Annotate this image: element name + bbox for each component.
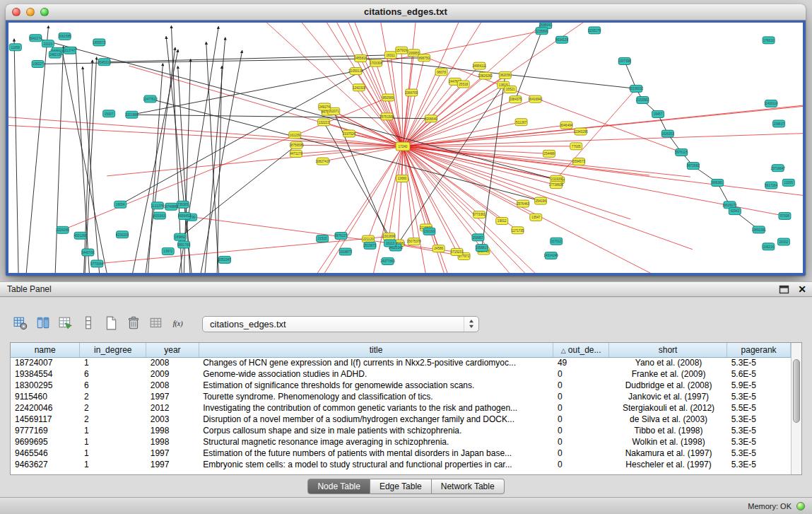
cell-name[interactable]: 9115460 bbox=[11, 391, 80, 402]
table-row[interactable]: 946554611997Estimation of the future num… bbox=[11, 448, 791, 459]
cell-out-degree[interactable]: 0 bbox=[553, 368, 609, 380]
cell-title[interactable]: Disruption of a novel member of a sodium… bbox=[199, 414, 553, 425]
column-header-pagerank[interactable]: pagerank bbox=[727, 343, 791, 357]
cell-title[interactable]: Structural magnetic resonance image aver… bbox=[199, 436, 553, 448]
table-row[interactable]: 946362711997Embryonic stem cells: a mode… bbox=[11, 459, 791, 470]
cell-title[interactable]: Changes of HCN gene expression and I(f) … bbox=[199, 357, 553, 368]
cell-name[interactable]: 19384554 bbox=[11, 368, 80, 380]
table-row[interactable]: 911546021997Tourette syndrome. Phenomeno… bbox=[11, 391, 791, 402]
cell-year[interactable]: 1998 bbox=[146, 425, 199, 436]
cell-title[interactable]: Genome-wide association studies in ADHD. bbox=[199, 368, 553, 380]
tab-edge-table[interactable]: Edge Table bbox=[370, 479, 432, 494]
network-window-titlebar[interactable]: citations_edges.txt bbox=[6, 4, 806, 21]
cell-year[interactable]: 2012 bbox=[146, 402, 199, 414]
cell-pagerank[interactable]: 5.3E-5 bbox=[727, 425, 791, 436]
cell-title[interactable]: Investigating the contribution of common… bbox=[199, 402, 553, 414]
cell-pagerank[interactable]: 5.9E-5 bbox=[727, 380, 791, 391]
cell-title[interactable]: Estimation of significance thresholds fo… bbox=[199, 380, 553, 391]
cell-year[interactable]: 1997 bbox=[146, 459, 199, 470]
show-columns-button[interactable] bbox=[33, 315, 54, 333]
cell-short[interactable]: Stergiakouli et al. (2012) bbox=[608, 402, 726, 414]
delete-button[interactable] bbox=[123, 315, 144, 333]
cell-short[interactable]: Jankovic et al. (1997) bbox=[608, 391, 726, 402]
cell-name[interactable]: 9465546 bbox=[11, 448, 80, 459]
cell-out-degree[interactable]: 0 bbox=[553, 380, 609, 391]
column-header-short[interactable]: short bbox=[608, 343, 726, 357]
cell-name[interactable]: 18300295 bbox=[11, 380, 80, 391]
table-row[interactable]: 1830029562008Estimation of significance … bbox=[11, 380, 791, 391]
cell-short[interactable]: Hescheler et al. (1997) bbox=[608, 459, 726, 470]
cell-short[interactable]: de Silva et al. (2003) bbox=[608, 414, 726, 425]
cell-out-degree[interactable]: 0 bbox=[553, 448, 609, 459]
cell-pagerank[interactable]: 5.3E-5 bbox=[727, 357, 791, 368]
cell-year[interactable]: 2009 bbox=[146, 368, 199, 380]
cell-pagerank[interactable]: 5.3E-5 bbox=[727, 448, 791, 459]
cell-title[interactable]: Embryonic stem cells: a model to study s… bbox=[199, 459, 553, 470]
cell-short[interactable]: Yano et al. (2008) bbox=[608, 357, 726, 368]
cell-title[interactable]: Estimation of the future numbers of pati… bbox=[199, 448, 553, 459]
cell-in-degree[interactable]: 6 bbox=[80, 368, 146, 380]
table-row[interactable]: 2242004622012Investigating the contribut… bbox=[11, 402, 791, 414]
cell-out-degree[interactable]: 0 bbox=[553, 425, 609, 436]
rows-button[interactable] bbox=[78, 315, 99, 333]
table-row[interactable]: 977716911998Corpus callosum shape and si… bbox=[11, 425, 791, 436]
cell-out-degree[interactable]: 0 bbox=[553, 459, 609, 470]
table-scrollbar[interactable] bbox=[791, 343, 801, 474]
cell-pagerank[interactable]: 5.3E-5 bbox=[727, 414, 791, 425]
cell-short[interactable]: Nakamura et al. (1997) bbox=[608, 448, 726, 459]
new-column-button[interactable] bbox=[55, 315, 76, 333]
column-header-title[interactable]: title bbox=[199, 343, 553, 357]
function-builder-button[interactable]: f(x) bbox=[168, 315, 189, 333]
zoom-button[interactable] bbox=[40, 8, 49, 16]
cell-in-degree[interactable]: 1 bbox=[80, 448, 146, 459]
cell-out-degree[interactable]: 0 bbox=[553, 402, 609, 414]
tab-network-table[interactable]: Network Table bbox=[432, 479, 505, 494]
table-selector-combobox[interactable]: citations_edges.txt bbox=[202, 316, 479, 332]
cell-pagerank[interactable]: 5.3E-5 bbox=[727, 391, 791, 402]
cell-in-degree[interactable]: 2 bbox=[80, 414, 146, 425]
cell-name[interactable]: 9463627 bbox=[11, 459, 80, 470]
column-header-year[interactable]: year bbox=[146, 343, 199, 357]
close-button[interactable] bbox=[12, 8, 20, 16]
column-header-name[interactable]: name bbox=[11, 343, 80, 357]
cell-in-degree[interactable]: 6 bbox=[80, 380, 146, 391]
cell-short[interactable]: Tibbo et al. (1998) bbox=[608, 425, 726, 436]
cell-name[interactable]: 9699695 bbox=[11, 436, 80, 448]
table-options-button[interactable] bbox=[10, 315, 31, 333]
cell-out-degree[interactable]: 0 bbox=[553, 436, 609, 448]
cell-short[interactable]: Franke et al. (2009) bbox=[608, 368, 726, 380]
cell-in-degree[interactable]: 1 bbox=[80, 425, 146, 436]
cell-pagerank[interactable]: 5.3E-5 bbox=[727, 436, 791, 448]
cell-title[interactable]: Tourette syndrome. Phenomenology and cla… bbox=[199, 391, 553, 402]
cell-name[interactable]: 9777169 bbox=[11, 425, 80, 436]
cell-out-degree[interactable]: 49 bbox=[553, 357, 609, 368]
cell-pagerank[interactable]: 5.5E-5 bbox=[727, 402, 791, 414]
cell-title[interactable]: Corpus callosum shape and size in male p… bbox=[199, 425, 553, 436]
cell-in-degree[interactable]: 2 bbox=[80, 402, 146, 414]
cell-short[interactable]: Wolkin et al. (1998) bbox=[608, 436, 726, 448]
table-scrollbar-thumb[interactable] bbox=[793, 359, 800, 423]
cell-name[interactable]: 18724007 bbox=[11, 357, 80, 368]
cell-pagerank[interactable]: 5.6E-5 bbox=[727, 368, 791, 380]
table-row[interactable]: 1456911722003Disruption of a novel membe… bbox=[11, 414, 791, 425]
cell-out-degree[interactable]: 0 bbox=[553, 414, 609, 425]
close-panel-icon[interactable]: ✕ bbox=[798, 284, 806, 295]
cell-pagerank[interactable]: 5.3E-5 bbox=[727, 459, 791, 470]
network-view[interactable]: 1082741944711781875658516123913222384750… bbox=[8, 23, 803, 273]
cell-year[interactable]: 1998 bbox=[146, 436, 199, 448]
cell-short[interactable]: Dudbridge et al. (2008) bbox=[608, 380, 726, 391]
cell-in-degree[interactable]: 2 bbox=[80, 391, 146, 402]
table-row[interactable]: 1872400712008Changes of HCN gene express… bbox=[11, 357, 791, 368]
column-header-out-degree[interactable]: △out_de... bbox=[553, 343, 609, 357]
cell-in-degree[interactable]: 1 bbox=[80, 436, 146, 448]
cell-name[interactable]: 14569117 bbox=[11, 414, 80, 425]
float-panel-icon[interactable] bbox=[779, 284, 789, 295]
table-row[interactable]: 1938455462009Genome-wide association stu… bbox=[11, 368, 791, 380]
table-row[interactable]: 969969511998Structural magnetic resonanc… bbox=[11, 436, 791, 448]
new-file-button[interactable] bbox=[100, 315, 122, 333]
import-table-button[interactable] bbox=[146, 315, 167, 333]
cell-name[interactable]: 22420046 bbox=[11, 402, 80, 414]
cell-year[interactable]: 1997 bbox=[146, 448, 199, 459]
cell-year[interactable]: 1997 bbox=[146, 391, 199, 402]
cell-out-degree[interactable]: 0 bbox=[553, 391, 609, 402]
